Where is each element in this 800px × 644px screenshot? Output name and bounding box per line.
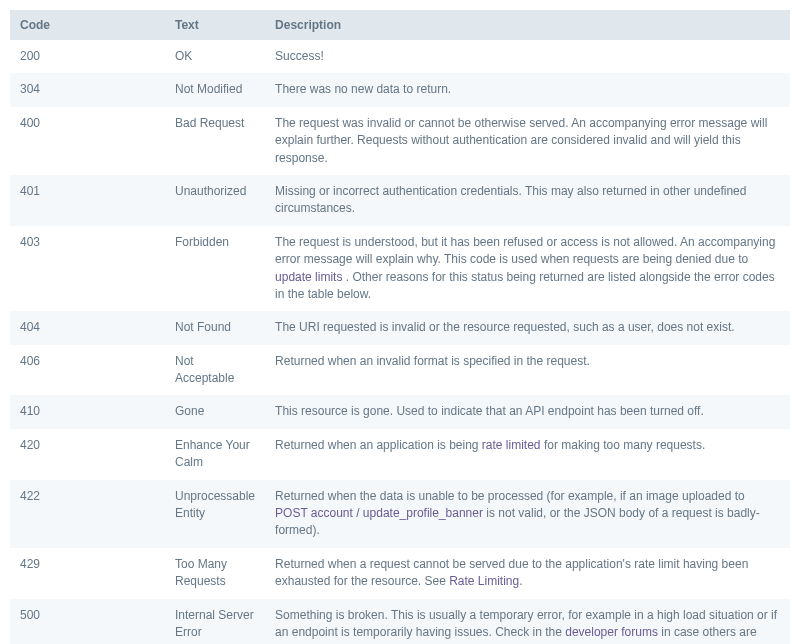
cell-code: 420: [10, 429, 165, 480]
cell-text: Enhance Your Calm: [165, 429, 265, 480]
cell-description: Success!: [265, 40, 790, 73]
cell-text: Unprocessable Entity: [165, 480, 265, 548]
header-text: Text: [165, 10, 265, 40]
table-row: 403ForbiddenThe request is understood, b…: [10, 226, 790, 312]
cell-text: Internal Server Error: [165, 599, 265, 644]
description-text: Returned when an invalid format is speci…: [275, 354, 590, 368]
description-text: There was no new data to return.: [275, 82, 451, 96]
cell-description: Returned when an invalid format is speci…: [265, 345, 790, 396]
description-text: .: [519, 574, 522, 588]
http-codes-table: Code Text Description 200OKSuccess!304No…: [10, 10, 790, 644]
description-link[interactable]: developer forums: [565, 625, 658, 639]
header-description: Description: [265, 10, 790, 40]
cell-text: Not Modified: [165, 73, 265, 106]
header-code: Code: [10, 10, 165, 40]
description-text: The URI requested is invalid or the reso…: [275, 320, 735, 334]
cell-description: Returned when the data is unable to be p…: [265, 480, 790, 548]
description-text: Returned when an application is being: [275, 438, 482, 452]
cell-text: Bad Request: [165, 107, 265, 175]
table-row: 200OKSuccess!: [10, 40, 790, 73]
cell-code: 406: [10, 345, 165, 396]
cell-code: 429: [10, 548, 165, 599]
table-row: 304Not ModifiedThere was no new data to …: [10, 73, 790, 106]
cell-code: 410: [10, 395, 165, 428]
table-header-row: Code Text Description: [10, 10, 790, 40]
cell-text: Not Acceptable: [165, 345, 265, 396]
description-text: Missing or incorrect authentication cred…: [275, 184, 746, 215]
description-link[interactable]: rate limited: [482, 438, 541, 452]
cell-code: 403: [10, 226, 165, 312]
cell-description: The request was invalid or cannot be oth…: [265, 107, 790, 175]
cell-description: This resource is gone. Used to indicate …: [265, 395, 790, 428]
description-text: . Other reasons for this status being re…: [275, 270, 775, 301]
description-text: Returned when the data is unable to be p…: [275, 489, 745, 503]
description-link[interactable]: POST account / update_profile_banner: [275, 506, 483, 520]
cell-description: There was no new data to return.: [265, 73, 790, 106]
cell-description: Something is broken. This is usually a t…: [265, 599, 790, 644]
description-text: Success!: [275, 49, 324, 63]
cell-code: 404: [10, 311, 165, 344]
table-row: 500Internal Server ErrorSomething is bro…: [10, 599, 790, 644]
cell-code: 200: [10, 40, 165, 73]
cell-description: Missing or incorrect authentication cred…: [265, 175, 790, 226]
cell-code: 401: [10, 175, 165, 226]
table-row: 422Unprocessable EntityReturned when the…: [10, 480, 790, 548]
cell-text: Gone: [165, 395, 265, 428]
table-row: 400Bad RequestThe request was invalid or…: [10, 107, 790, 175]
table-row: 404Not FoundThe URI requested is invalid…: [10, 311, 790, 344]
cell-text: Not Found: [165, 311, 265, 344]
table-row: 401UnauthorizedMissing or incorrect auth…: [10, 175, 790, 226]
cell-text: OK: [165, 40, 265, 73]
cell-description: The URI requested is invalid or the reso…: [265, 311, 790, 344]
cell-code: 400: [10, 107, 165, 175]
cell-text: Unauthorized: [165, 175, 265, 226]
cell-description: The request is understood, but it has be…: [265, 226, 790, 312]
table-row: 429Too Many RequestsReturned when a requ…: [10, 548, 790, 599]
cell-text: Forbidden: [165, 226, 265, 312]
table-row: 406Not AcceptableReturned when an invali…: [10, 345, 790, 396]
cell-code: 500: [10, 599, 165, 644]
cell-description: Returned when a request cannot be served…: [265, 548, 790, 599]
cell-text: Too Many Requests: [165, 548, 265, 599]
table-row: 420Enhance Your CalmReturned when an app…: [10, 429, 790, 480]
cell-description: Returned when an application is being ra…: [265, 429, 790, 480]
description-text: The request was invalid or cannot be oth…: [275, 116, 767, 165]
description-text: This resource is gone. Used to indicate …: [275, 404, 704, 418]
cell-code: 304: [10, 73, 165, 106]
description-text: The request is understood, but it has be…: [275, 235, 775, 266]
table-row: 410GoneThis resource is gone. Used to in…: [10, 395, 790, 428]
description-text: for making too many requests.: [541, 438, 706, 452]
description-link[interactable]: Rate Limiting: [449, 574, 519, 588]
description-link[interactable]: update limits: [275, 270, 342, 284]
cell-code: 422: [10, 480, 165, 548]
